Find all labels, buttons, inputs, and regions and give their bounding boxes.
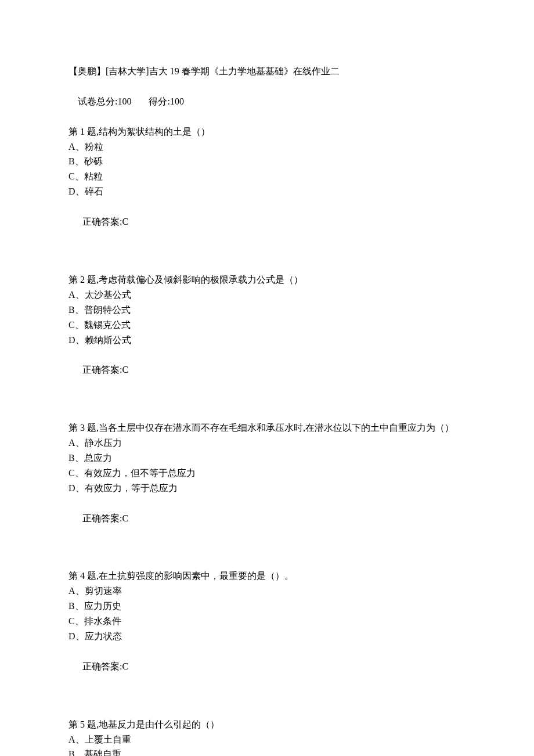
question-heading: 第 2 题,考虑荷载偏心及倾斜影响的极限承载力公式是（） — [68, 272, 466, 287]
question-option: A、上覆土自重 — [68, 732, 466, 747]
question-option: B、基础自重 — [68, 747, 466, 756]
question-option: C、有效应力，但不等于总应力 — [68, 466, 466, 481]
score-line: 试卷总分:100得分:100 — [68, 79, 466, 124]
answer-value: C — [122, 661, 128, 671]
question-option: C、粘粒 — [68, 169, 466, 184]
question-option: B、砂砾 — [68, 154, 466, 169]
total-score-label: 试卷总分:100 — [78, 96, 131, 106]
answer-label: 正确答案: — [82, 217, 122, 226]
answer-label: 正确答案: — [82, 365, 122, 375]
question-heading: 第 4 题,在土抗剪强度的影响因素中，最重要的是（）。 — [68, 568, 466, 584]
question-option: B、应力历史 — [68, 599, 466, 614]
question-block: 第 1 题,结构为絮状结构的土是（） A、粉粒 B、砂砾 C、粘粒 D、碎石 正… — [68, 124, 466, 244]
question-option: D、有效应力，等于总应力 — [68, 481, 466, 496]
answer-value: C — [122, 513, 128, 523]
question-option: B、总应力 — [68, 451, 466, 466]
document-page: 【奥鹏】[吉林大学]吉大 19 春学期《土力学地基基础》在线作业二 试卷总分:1… — [0, 0, 534, 756]
question-heading: 第 3 题,当各土层中仅存在潜水而不存在毛细水和承压水时,在潜水位以下的土中自重… — [68, 420, 466, 435]
answer-label: 正确答案: — [82, 661, 122, 671]
obtained-score-label: 得分:100 — [149, 96, 183, 106]
question-block: 第 4 题,在土抗剪强度的影响因素中，最重要的是（）。 A、剪切速率 B、应力历… — [68, 568, 466, 689]
answer-label: 正确答案: — [82, 513, 122, 523]
question-heading: 第 1 题,结构为絮状结构的土是（） — [68, 124, 466, 139]
question-block: 第 5 题,地基反力是由什么引起的（） A、上覆土自重 B、基础自重 C、上部结… — [68, 717, 466, 756]
question-option: A、静水压力 — [68, 435, 466, 451]
question-block: 第 2 题,考虑荷载偏心及倾斜影响的极限承载力公式是（） A、太沙基公式 B、普… — [68, 272, 466, 393]
question-option: D、赖纳斯公式 — [68, 333, 466, 348]
page-title: 【奥鹏】[吉林大学]吉大 19 春学期《土力学地基基础》在线作业二 — [68, 64, 466, 79]
question-heading: 第 5 题,地基反力是由什么引起的（） — [68, 717, 466, 732]
answer-line: 正确答案:C — [68, 496, 466, 541]
answer-line: 正确答案:C — [68, 644, 466, 689]
question-option: D、应力状态 — [68, 629, 466, 644]
question-option: A、粉粒 — [68, 139, 466, 154]
answer-line: 正确答案:C — [68, 347, 466, 393]
question-option: B、普朗特公式 — [68, 303, 466, 318]
answer-line: 正确答案:C — [68, 199, 466, 244]
question-option: A、太沙基公式 — [68, 287, 466, 303]
question-option: C、魏锡克公式 — [68, 318, 466, 333]
question-option: D、碎石 — [68, 184, 466, 199]
question-option: A、剪切速率 — [68, 584, 466, 599]
answer-value: C — [122, 365, 128, 375]
answer-value: C — [122, 217, 128, 226]
question-block: 第 3 题,当各土层中仅存在潜水而不存在毛细水和承压水时,在潜水位以下的土中自重… — [68, 420, 466, 541]
question-option: C、排水条件 — [68, 614, 466, 629]
